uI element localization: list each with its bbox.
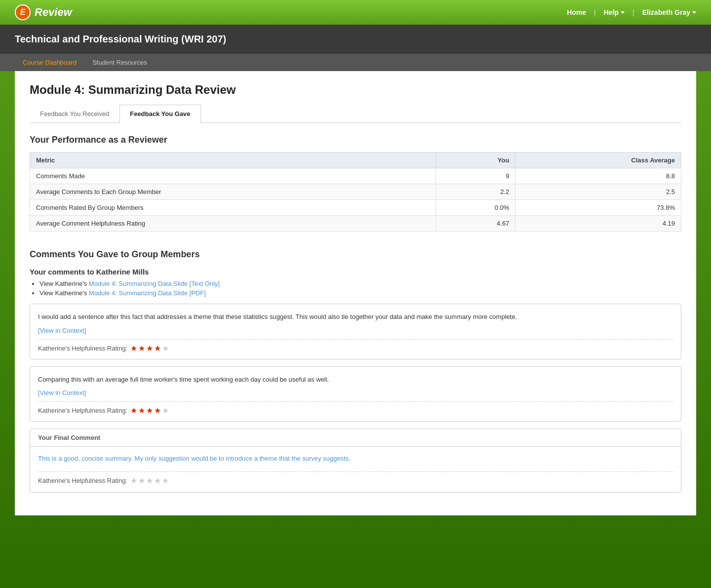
table-row: Average Comments to Each Group Member 2.…: [30, 184, 681, 200]
nav-right: Home | Help | Elizabeth Gray: [567, 8, 696, 16]
nav-divider-2: |: [632, 8, 634, 16]
col-class-avg: Class Average: [515, 153, 681, 168]
final-rating-divider: [38, 471, 673, 472]
rating-divider: [38, 401, 673, 402]
final-stars: ★★★★★: [130, 476, 169, 485]
star-icon: ★: [138, 344, 145, 353]
stars: ★★★★★: [130, 344, 169, 353]
class-avg-cell: 8.8: [515, 168, 681, 184]
star-icon: ★: [146, 344, 153, 353]
link-prefix-1: View Katherine's: [40, 280, 87, 287]
star-icon: ★: [154, 344, 161, 353]
final-helpfulness-row: Katherine's Helpfulness Rating: ★★★★★: [38, 476, 673, 485]
table-row: Comments Made 9 8.8: [30, 168, 681, 184]
course-title: Technical and Professional Writing (WRI …: [15, 34, 226, 44]
performance-table: Metric You Class Average Comments Made 9…: [30, 152, 681, 232]
final-rating-label: Katherine's Helpfulness Rating:: [38, 477, 127, 484]
logo-area: E Review: [15, 4, 72, 20]
course-header: Technical and Professional Writing (WRI …: [0, 25, 711, 54]
top-navigation: E Review Home | Help | Elizabeth Gray: [0, 0, 711, 25]
help-chevron-icon: [621, 11, 625, 14]
star-icon: ★: [146, 476, 153, 485]
final-comment-card: Your Final Comment This is a good, conci…: [30, 429, 681, 493]
table-row: Comments Rated By Group Members 0.0% 73.…: [30, 200, 681, 216]
star-icon: ★: [162, 344, 169, 353]
recipient-link-item-2: View Katherine's Module 4: Summarizing D…: [40, 289, 681, 297]
metric-cell: Comments Made: [30, 168, 436, 184]
subnav-course-dashboard[interactable]: Course Dashboard: [15, 54, 84, 71]
module-title: Module 4: Summarizing Data Review: [30, 83, 681, 97]
star-icon: ★: [138, 406, 145, 415]
comment-card: I would add a sentence after this fact t…: [30, 304, 681, 359]
view-context-link[interactable]: [View in Context]: [38, 389, 673, 396]
tab-feedback-received[interactable]: Feedback You Received: [30, 105, 119, 123]
logo-text: Review: [35, 6, 72, 19]
subnav-student-resources[interactable]: Student Resources: [84, 54, 155, 71]
view-context-link[interactable]: [View in Context]: [38, 327, 673, 334]
recipient-link-item-1: View Katherine's Module 4: Summarizing D…: [40, 280, 681, 287]
recipient-link-1[interactable]: Module 4: Summarizing Data Slide [Text O…: [89, 280, 220, 287]
star-icon: ★: [162, 476, 169, 485]
comment-text: Comparing this with an average full time…: [38, 375, 673, 385]
class-avg-cell: 2.5: [515, 184, 681, 200]
helpfulness-row: Katherine's Helpfulness Rating: ★★★★★: [38, 406, 673, 415]
final-comment-text: This is a good, concise summary. My only…: [38, 454, 673, 464]
final-comment-header: Your Final Comment: [30, 429, 681, 447]
home-link[interactable]: Home: [567, 8, 586, 16]
table-row: Average Comment Helpfulness Rating 4.67 …: [30, 216, 681, 232]
recipient-link-2[interactable]: Module 4: Summarizing Data Slide [PDF]: [89, 289, 206, 297]
you-cell: 9: [436, 168, 515, 184]
rating-label: Katherine's Helpfulness Rating:: [38, 407, 127, 414]
you-cell: 4.67: [436, 216, 515, 232]
col-you: You: [436, 153, 515, 168]
you-cell: 2.2: [436, 184, 515, 200]
nav-divider-1: |: [594, 8, 596, 16]
user-label: Elizabeth Gray: [642, 8, 690, 16]
metric-cell: Comments Rated By Group Members: [30, 200, 436, 216]
class-avg-cell: 4.19: [515, 216, 681, 232]
recipient-links: View Katherine's Module 4: Summarizing D…: [30, 280, 681, 297]
link-prefix-2: View Katherine's: [40, 289, 87, 297]
rating-label: Katherine's Helpfulness Rating:: [38, 345, 127, 352]
metric-cell: Average Comments to Each Group Member: [30, 184, 436, 200]
star-icon: ★: [162, 406, 169, 415]
comment-cards: I would add a sentence after this fact t…: [30, 304, 681, 422]
star-icon: ★: [154, 406, 161, 415]
user-chevron-icon: [692, 11, 696, 14]
main-content: Module 4: Summarizing Data Review Feedba…: [15, 71, 696, 515]
star-icon: ★: [130, 406, 137, 415]
comments-section-title: Comments You Gave to Group Members: [30, 249, 681, 260]
rating-divider: [38, 339, 673, 340]
help-dropdown[interactable]: Help: [604, 8, 625, 16]
star-icon: ★: [154, 476, 161, 485]
sub-navigation: Course Dashboard Student Resources: [0, 54, 711, 71]
star-icon: ★: [146, 406, 153, 415]
comment-card: Comparing this with an average full time…: [30, 366, 681, 422]
metric-cell: Average Comment Helpfulness Rating: [30, 216, 436, 232]
star-icon: ★: [138, 476, 145, 485]
class-avg-cell: 73.8%: [515, 200, 681, 216]
help-label: Help: [604, 8, 619, 16]
you-cell: 0.0%: [436, 200, 515, 216]
star-icon: ★: [130, 344, 137, 353]
col-metric: Metric: [30, 153, 436, 168]
tab-bar: Feedback You Received Feedback You Gave: [30, 105, 681, 123]
stars: ★★★★★: [130, 406, 169, 415]
user-dropdown[interactable]: Elizabeth Gray: [642, 8, 696, 16]
star-icon: ★: [130, 476, 137, 485]
performance-section-title: Your Performance as a Reviewer: [30, 135, 681, 145]
recipient-title: Your comments to Katherine Mills: [30, 268, 681, 276]
eli-logo-icon: E: [15, 4, 31, 20]
final-comment-body: This is a good, concise summary. My only…: [30, 447, 681, 492]
helpfulness-row: Katherine's Helpfulness Rating: ★★★★★: [38, 344, 673, 353]
tab-feedback-gave[interactable]: Feedback You Gave: [119, 105, 200, 123]
comment-text: I would add a sentence after this fact t…: [38, 312, 673, 322]
